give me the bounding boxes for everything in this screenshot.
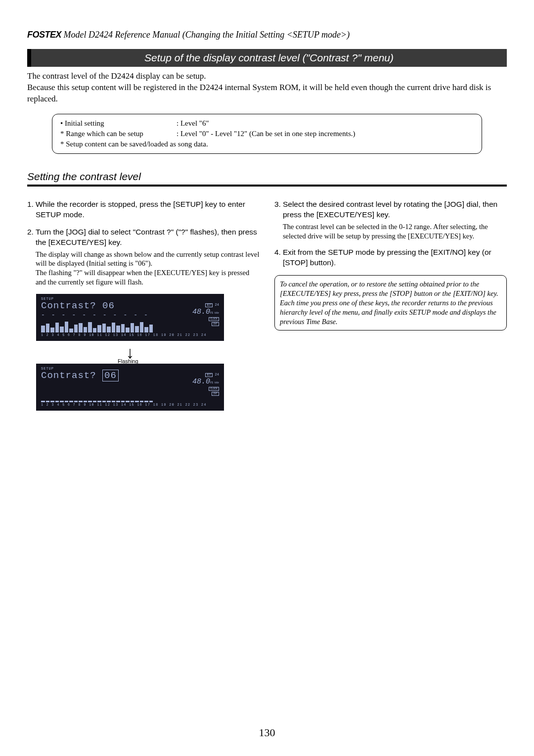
step-2-detail: The display will change as shown below a… (36, 250, 260, 287)
page-number: 130 (0, 726, 534, 739)
initial-setting-label: • Initial setting (60, 118, 177, 129)
left-column: 1. While the recorder is stopped, press … (27, 199, 260, 411)
step-4-number: 4. (274, 247, 283, 268)
lcd-screen-2: SETUP Contrast? 06 - 1 2 3 4 5 6 7 8 9 1… (36, 364, 224, 411)
section-title: Setup of the display contrast level ("Co… (27, 49, 507, 67)
step-1-text: While the recorder is stopped, press the… (36, 199, 260, 220)
screen-right-panel: BIT 24 48.0FS kHz CLOCK INT (192, 303, 219, 327)
step-3-text: Select the desired contrast level by rot… (283, 200, 497, 219)
subheading: Setting the contrast level (27, 171, 507, 187)
step-4: 4. Exit from the SETUP mode by pressing … (274, 247, 507, 268)
arrow-block: ↓ Flashing (36, 344, 224, 361)
range-value: : Level "0" - Level "12" (Can be set in … (177, 129, 355, 139)
step-3-number: 3. (274, 199, 283, 241)
step-3-detail: The contrast level can be selected in th… (283, 222, 507, 241)
flashing-value: 06 (102, 370, 119, 381)
step-1: 1. While the recorder is stopped, press … (27, 199, 260, 220)
track-numbers: 1 2 3 4 5 6 7 8 9 10 11 12 13 14 15 16 1… (41, 333, 219, 338)
header-text: Model D2424 Reference Manual (Changing t… (61, 30, 350, 40)
step-3: 3. Select the desired contrast level by … (274, 199, 507, 241)
track-numbers-2: 1 2 3 4 5 6 7 8 9 10 11 12 13 14 15 16 1… (41, 403, 219, 408)
intro-text: The contrast level of the D2424 display … (27, 71, 507, 105)
save-load-note: * Setup content can be saved/loaded as s… (60, 139, 474, 149)
lcd-screen-1: SETUP Contrast? 06 - - - - - - - - - - -… (36, 294, 224, 341)
screen-right-panel-2: BIT 24 48.0FS kHz CLOCK INT (192, 373, 219, 396)
step-2-number: 2. (27, 227, 36, 287)
display-illustration: SETUP Contrast? 06 - - - - - - - - - - -… (36, 294, 260, 411)
step-4-text: Exit from the SETUP mode by pressing the… (283, 247, 507, 268)
step-2: 2. Turn the [JOG] dial to select "Contra… (27, 227, 260, 287)
brand-logo: FOSTEX (27, 30, 61, 40)
right-column: 3. Select the desired contrast level by … (274, 199, 507, 411)
step-2-text: Turn the [JOG] dial to select "Contrast … (36, 228, 257, 246)
settings-summary-box: • Initial setting : Level "6" * Range wh… (52, 114, 482, 154)
two-column-layout: 1. While the recorder is stopped, press … (27, 199, 507, 411)
page-header: FOSTEX Model D2424 Reference Manual (Cha… (27, 30, 507, 40)
initial-setting-value: : Level "6" (177, 118, 209, 129)
range-label: * Range which can be setup (60, 129, 177, 139)
cancel-note-box: To cancel the operation, or to restore t… (274, 275, 507, 331)
step-1-number: 1. (27, 199, 36, 220)
